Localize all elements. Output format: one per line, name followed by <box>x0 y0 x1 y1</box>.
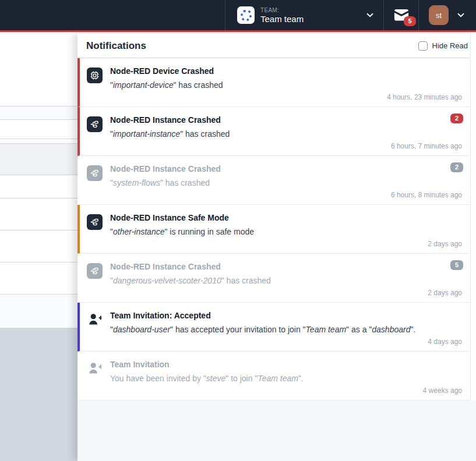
hide-read-checkbox[interactable] <box>418 41 428 51</box>
notification-item[interactable]: Node-RED Instance Crashed "important-ins… <box>77 107 476 156</box>
notification-message: "dangerous-velvet-scoter-2010" has crash… <box>110 275 441 286</box>
notification-message: "system-flows" has crashed <box>110 178 441 188</box>
background-row <box>0 143 77 175</box>
notification-title: Team Invitation: Accepted <box>110 310 441 321</box>
notification-body: Node-RED Instance Crashed "dangerous-vel… <box>110 261 464 286</box>
notification-timestamp: 6 hours, 8 minutes ago <box>391 191 462 199</box>
notification-item[interactable]: Node-RED Instance Safe Mode "other-insta… <box>77 205 476 254</box>
background-block <box>0 328 77 461</box>
team-name: Team team <box>260 14 365 24</box>
notification-message: "important-instance" has crashed <box>110 129 441 139</box>
instance-icon <box>87 263 103 279</box>
notification-timestamp: 4 days ago <box>428 338 462 346</box>
notifications-button[interactable]: 5 <box>384 0 419 30</box>
notification-title: Node-RED Instance Safe Mode <box>110 212 441 223</box>
instance-icon <box>87 116 103 132</box>
notification-body: Team Invitation You have been invited by… <box>110 359 464 384</box>
background-divider <box>0 119 77 120</box>
user-add-icon <box>87 312 103 328</box>
background-divider <box>0 230 77 230</box>
instance-icon <box>87 214 103 230</box>
unread-count-badge: 5 <box>404 16 415 26</box>
team-logo-icon <box>241 10 252 21</box>
notification-body: Node-RED Instance Crashed "important-ins… <box>110 115 464 139</box>
notification-timestamp: 2 days ago <box>428 240 462 248</box>
notification-count-badge: 2 <box>450 114 463 123</box>
notification-timestamp: 6 hours, 7 minutes ago <box>391 142 462 150</box>
background-row <box>0 106 77 119</box>
device-icon <box>87 68 103 83</box>
notification-message: "important-device" has crashed <box>110 80 441 90</box>
notification-title: Team Invitation <box>110 359 441 370</box>
team-avatar <box>237 6 255 24</box>
notification-body: Team Invitation: Accepted "dashboard-use… <box>110 310 464 335</box>
panel-title: Notifications <box>86 40 418 52</box>
user-menu[interactable]: st <box>419 0 476 30</box>
notification-title: Node-RED Instance Crashed <box>110 115 441 125</box>
user-add-icon <box>87 361 103 377</box>
team-switcher[interactable]: TEAM: Team team <box>225 0 384 30</box>
notifications-header: Notifications Hide Read <box>77 34 476 58</box>
notification-timestamp: 2 days ago <box>428 289 462 297</box>
scrollbar[interactable] <box>470 34 476 400</box>
notification-message: "dashboard-user" has accepted your invit… <box>110 324 441 335</box>
hide-read-label: Hide Read <box>432 41 468 50</box>
notification-message: You have been invited by "steve" to join… <box>110 373 441 384</box>
notification-count-badge: 5 <box>450 260 463 270</box>
background-divider <box>0 294 77 295</box>
notification-timestamp: 4 hours, 23 minutes ago <box>387 93 462 101</box>
notifications-panel: Notifications Hide Read Node-RED Device … <box>77 34 476 461</box>
background-divider <box>0 198 77 198</box>
background-divider <box>0 106 77 107</box>
notification-item[interactable]: Node-RED Device Crashed "important-devic… <box>77 58 476 107</box>
background-divider <box>0 175 77 175</box>
background-divider <box>0 262 77 263</box>
notification-message: "other-instance" is running in safe mode <box>110 226 441 237</box>
notification-timestamp: 4 weeks ago <box>423 386 462 395</box>
notification-body: Node-RED Instance Safe Mode "other-insta… <box>110 212 464 237</box>
notification-body: Node-RED Instance Crashed "system-flows"… <box>110 164 464 188</box>
notification-item[interactable]: Node-RED Instance Crashed "dangerous-vel… <box>77 254 476 303</box>
notification-title: Node-RED Instance Crashed <box>110 261 441 272</box>
notification-title: Node-RED Device Crashed <box>110 66 441 76</box>
navbar-spacer <box>0 0 225 30</box>
notification-body: Node-RED Device Crashed "important-devic… <box>110 66 464 90</box>
background-divider <box>0 143 77 144</box>
notification-item[interactable]: Node-RED Instance Crashed "system-flows"… <box>77 156 476 205</box>
user-avatar: st <box>429 5 449 25</box>
chevron-down-icon <box>456 10 466 20</box>
team-texts: TEAM: Team team <box>260 7 365 24</box>
background-divider <box>0 139 77 139</box>
chevron-down-icon <box>365 10 375 20</box>
notification-item[interactable]: Team Invitation You have been invited by… <box>77 352 476 400</box>
notification-title: Node-RED Instance Crashed <box>110 164 441 174</box>
notification-item[interactable]: Team Invitation: Accepted "dashboard-use… <box>77 303 476 352</box>
notification-count-badge: 2 <box>450 162 463 172</box>
top-navbar: TEAM: Team team 5 st <box>0 0 476 32</box>
team-label: TEAM: <box>260 7 365 13</box>
notification-list: Node-RED Device Crashed "important-devic… <box>77 58 476 400</box>
background-row <box>0 294 77 328</box>
notifications-footer <box>77 400 476 461</box>
hide-read-toggle[interactable]: Hide Read <box>418 41 468 51</box>
instance-icon <box>87 165 103 181</box>
background-page <box>0 34 77 461</box>
